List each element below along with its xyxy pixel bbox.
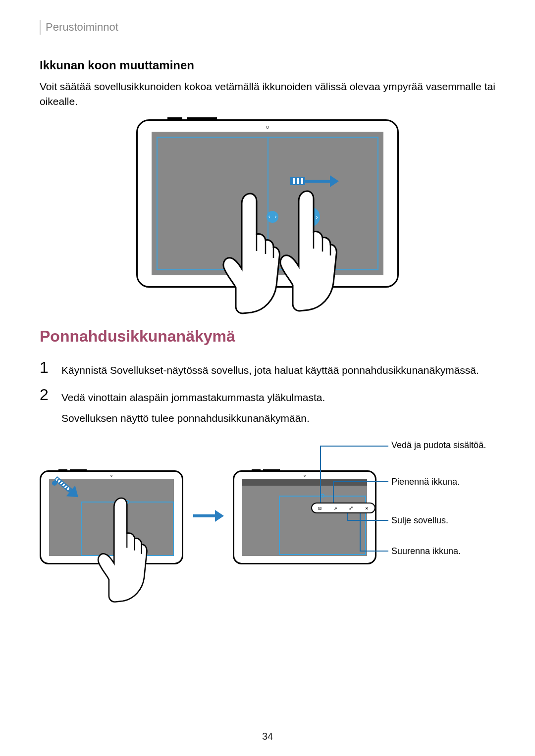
page-number: 34 [262, 731, 273, 742]
step-text: Käynnistä Sovellukset-näytössä sovellus,… [61, 359, 479, 378]
step-1: 1 Käynnistä Sovellukset-näytössä sovellu… [40, 359, 495, 378]
section-header: Perustoiminnot [40, 20, 495, 35]
callout-minimize: Pienennä ikkuna. [391, 476, 460, 488]
figure-popup-view: ⊡ ↗ ⤢ ✕ Vedä ja pudota sisältöä. Pienenn… [40, 441, 485, 624]
step-number: 2 [40, 387, 54, 403]
step-2: 2 Vedä vinottain alaspäin jommastakummas… [40, 387, 495, 426]
minimize-icon: ↗ [332, 505, 338, 511]
drag-right-arrow-icon [290, 175, 339, 187]
drag-content-icon: ⊡ [317, 505, 323, 511]
close-icon: ✕ [364, 505, 370, 511]
step-number: 1 [40, 359, 54, 375]
callout-maximize: Suurenna ikkuna. [391, 546, 461, 557]
subheading-resize: Ikkunan koon muuttaminen [40, 58, 495, 72]
hand-illustration-right [270, 186, 344, 315]
tablet-after-illustration: ⊡ ↗ ⤢ ✕ [233, 470, 376, 564]
figure-resize-window: ‹› ‹› [136, 119, 399, 298]
paragraph-resize: Voit säätää sovellusikkunoiden kokoa vet… [40, 79, 495, 109]
popup-toolbar: ⊡ ↗ ⤢ ✕ [311, 503, 375, 513]
hand-illustration-drag [89, 493, 154, 606]
callout-drag-drop: Vedä ja pudota sisältöä. [391, 440, 486, 451]
heading-popup-view: Ponnahdusikkunanäkymä [40, 327, 495, 346]
step-text: Vedä vinottain alaspäin jommastakummasta… [61, 387, 325, 426]
maximize-icon: ⤢ [348, 505, 354, 511]
callout-close: Sulje sovellus. [391, 515, 448, 526]
transition-arrow-icon [193, 510, 224, 522]
